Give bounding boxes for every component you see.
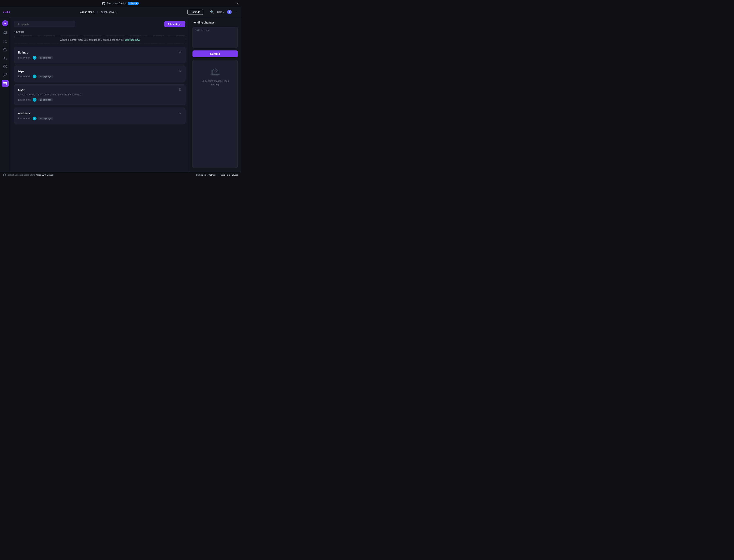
entity-meta: Last commit: 3 10 days ago [18, 75, 181, 78]
commit-time: 10 days ago [38, 56, 53, 59]
help-chevron-icon: ▾ [223, 11, 224, 13]
panel-title: Pending changes [192, 21, 238, 24]
chevron-down-icon: ▾ [116, 11, 117, 13]
entity-meta: Last commit: 3 10 days ago [18, 98, 181, 102]
delete-icon[interactable] [178, 69, 181, 73]
last-commit-label: Last commit: [18, 117, 31, 120]
delete-icon[interactable] [178, 88, 181, 92]
last-commit-label: Last commit: [18, 75, 31, 78]
sidebar-item-users[interactable] [2, 38, 9, 45]
nav-links: airbnb-clone | airbnb-server ▾ [80, 11, 117, 13]
github-icon [102, 2, 105, 5]
svg-point-8 [17, 23, 19, 25]
github-small-icon [3, 174, 6, 176]
main-content: Add entity + 4 Entities With the current… [10, 17, 189, 172]
entity-card-trips[interactable]: trips Last commit: 3 10 days ago [14, 66, 185, 82]
sidebar-item-rocket[interactable] [2, 71, 9, 78]
entity-card-header: User [18, 88, 181, 92]
svg-marker-2 [3, 48, 7, 51]
close-banner-button[interactable]: ✕ [236, 2, 239, 5]
no-changes-text: No pending changes! keep working. [201, 79, 229, 86]
upgrade-button[interactable]: Upgrade [187, 9, 203, 15]
svg-point-1 [4, 40, 5, 41]
build-message-placeholder: Build message [195, 29, 210, 32]
star-us-text: Star us on GitHub [107, 2, 126, 5]
logout-icon[interactable]: → [235, 10, 238, 14]
entity-name: trips [18, 70, 24, 73]
last-commit-label: Last commit: [18, 56, 31, 59]
app-layout: A [0, 17, 241, 172]
svg-point-4 [4, 57, 5, 58]
cube-icon [209, 66, 221, 77]
entity-card-user[interactable]: User An automatically created entity to … [14, 84, 185, 105]
search-input[interactable] [14, 21, 75, 27]
avatar[interactable]: A [2, 20, 8, 26]
commit-avatar: 3 [33, 98, 37, 102]
github-link: koolkishan/nextjs-airbnb-clone Open With… [3, 174, 53, 176]
build-id: Build ID zoha99jc [221, 174, 238, 176]
status-bar: koolkishan/nextjs-airbnb-clone Open With… [0, 172, 241, 178]
no-changes-box: No pending changes! keep working. [192, 60, 238, 168]
svg-point-5 [5, 66, 6, 67]
commit-avatar: 3 [33, 75, 37, 78]
entity-name: wishlists [18, 112, 30, 115]
nav-server[interactable]: airbnb-server ▾ [101, 11, 117, 13]
build-message-area[interactable]: Build message [192, 27, 238, 48]
repo-name: koolkishan/nextjs-airbnb-clone [7, 174, 35, 176]
toolbar: Add entity + [14, 21, 185, 27]
svg-point-3 [6, 59, 6, 60]
entity-meta: Last commit: 3 10 days ago [18, 56, 181, 60]
entity-name: listings [18, 51, 28, 54]
entity-card-listings[interactable]: listings Last commit: 3 10 days ago [14, 47, 185, 63]
entity-card-header: listings [18, 50, 181, 54]
commit-time: 10 days ago [38, 98, 53, 101]
sidebar-item-settings[interactable] [2, 63, 9, 70]
top-banner: Star us on GitHub 11.0k ★ ✕ [0, 0, 241, 7]
sidebar-item-gift[interactable] [2, 80, 9, 87]
entity-card-header: wishlists [18, 111, 181, 115]
entity-name: User [18, 88, 24, 92]
notification-badge[interactable]: 3 [227, 10, 232, 14]
commit-time: 10 days ago [38, 75, 53, 78]
help-button[interactable]: Help ▾ [217, 11, 224, 13]
search-input-wrap [14, 21, 75, 27]
add-entity-button[interactable]: Add entity + [164, 21, 185, 27]
delete-icon[interactable] [178, 50, 181, 54]
commit-avatar: 3 [33, 56, 37, 60]
entity-desc: An automatically created entity to manag… [18, 93, 181, 96]
sidebar: A [0, 17, 10, 172]
right-panel: Pending changes Build message Rebuild No… [189, 17, 241, 172]
star-count-badge[interactable]: 11.0k ★ [128, 2, 139, 5]
rebuild-button[interactable]: Rebuild [192, 50, 238, 57]
entity-count: 4 Entities [14, 30, 185, 33]
search-icon [16, 23, 19, 26]
header-actions: 🔍 Help ▾ 3 → [210, 10, 238, 14]
entity-meta: Last commit: 3 10 days ago [18, 117, 181, 120]
plan-banner: With the current plan, you can use to 7 … [14, 36, 185, 44]
delete-icon[interactable] [178, 111, 181, 115]
version-label: v1.8.0 [3, 11, 10, 13]
commit-time: 10 days ago [38, 117, 53, 120]
upgrade-now-link[interactable]: Upgrade now [125, 38, 140, 41]
header-search-icon[interactable]: 🔍 [210, 10, 214, 14]
last-commit-label: Last commit: [18, 98, 31, 101]
sidebar-item-database[interactable] [2, 29, 9, 36]
entity-card-header: trips [18, 69, 181, 73]
sidebar-item-git[interactable] [2, 55, 9, 62]
nav-project[interactable]: airbnb-clone [80, 11, 94, 13]
main-header: v1.8.0 airbnb-clone | airbnb-server ▾ Up… [0, 7, 241, 17]
svg-point-0 [4, 31, 6, 32]
commit-id: Commit ID o9qllwax [196, 174, 216, 176]
open-github-button[interactable]: Open With Github [36, 174, 53, 176]
commit-avatar: 3 [33, 117, 37, 120]
status-bar-right: Commit ID o9qllwax | Build ID zoha99jc [196, 174, 238, 176]
sidebar-item-diamond[interactable] [2, 46, 9, 53]
svg-line-9 [18, 24, 19, 25]
entity-card-wishlists[interactable]: wishlists Last commit: 3 10 days ago [14, 108, 185, 124]
